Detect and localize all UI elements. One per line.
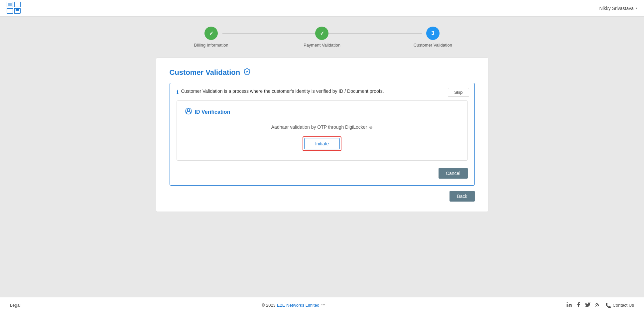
section-title: Customer Validation [170,68,475,77]
contact-us[interactable]: 📞 Contact Us [605,303,634,308]
user-circle-icon [185,107,192,116]
trademark: ™ [321,303,325,308]
id-verification-box: ID Verification Aadhaar validation by OT… [177,100,468,161]
aadhaar-text: Aadhaar validation by OTP through DigiLo… [271,124,367,130]
footer-right: 📞 Contact Us [566,302,634,309]
step-customer-validation: 3 Customer Validation [377,27,488,48]
main-content: ✓ Billing Information ✓ Payment Validati… [0,17,644,297]
initiate-button-wrapper: Initiate [185,136,459,151]
step-circle-billing: ✓ [204,27,218,40]
svg-point-8 [567,302,568,303]
twitter-icon[interactable] [585,302,591,309]
rss-icon[interactable] [594,302,600,309]
back-row: Back [170,191,475,202]
shield-icon [243,68,251,77]
initiate-button-highlight: Initiate [303,136,341,151]
info-panel: Skip ℹ Customer Validation is a process … [170,83,475,186]
user-menu-chevron: ▾ [636,6,637,10]
main-card: ✓ Billing Information ✓ Payment Validati… [156,27,488,287]
step-billing: ✓ Billing Information [156,27,267,48]
svg-point-6 [187,109,190,111]
contact-us-label: Contact Us [613,303,634,308]
step-payment: ✓ Payment Validation [267,27,377,48]
back-button[interactable]: Back [450,191,474,202]
id-verify-title: ID Verification [185,107,459,116]
step-label-customer: Customer Validation [414,43,452,48]
social-icons [566,302,600,309]
info-description: Customer Validation is a process where t… [181,88,384,94]
stepper: ✓ Billing Information ✓ Payment Validati… [156,27,488,48]
content-card: Customer Validation Skip ℹ Customer Vali… [156,58,488,212]
logo [7,2,21,15]
section-title-text: Customer Validation [170,68,240,77]
id-verify-title-text: ID Verification [195,109,230,115]
phone-icon: 📞 [605,303,611,308]
help-icon[interactable]: ⊕ [369,125,373,130]
footer-copyright: © 2023 E2E Networks Limited ™ [262,303,325,308]
header: Nikky Srivastava ▾ [0,0,644,17]
footer-legal[interactable]: Legal [10,303,21,308]
svg-rect-5 [16,8,19,11]
step-label-payment: Payment Validation [304,43,340,48]
footer-link[interactable]: E2E Networks Limited [277,303,320,308]
step-label-billing: Billing Information [194,43,228,48]
copyright-text: © 2023 [262,303,276,308]
aadhaar-description: Aadhaar validation by OTP through DigiLo… [185,124,459,130]
info-text-row: ℹ Customer Validation is a process where… [177,88,468,95]
user-menu[interactable]: Nikky Srivastava ▾ [599,6,637,11]
user-name: Nikky Srivastava [599,6,634,11]
step-circle-customer: 3 [426,27,440,40]
svg-point-9 [595,306,596,307]
info-icon: ℹ [177,89,179,95]
skip-button[interactable]: Skip [448,88,469,97]
initiate-button[interactable]: Initiate [304,138,340,149]
step-circle-payment: ✓ [315,27,328,40]
svg-rect-4 [8,3,12,6]
svg-rect-2 [7,8,13,13]
facebook-icon[interactable] [576,302,581,309]
linkedin-icon[interactable] [566,302,572,309]
svg-rect-1 [14,2,20,7]
cancel-row: Cancel [177,166,468,179]
cancel-button[interactable]: Cancel [439,168,468,179]
footer: Legal © 2023 E2E Networks Limited ™ 📞 Co… [0,297,644,313]
